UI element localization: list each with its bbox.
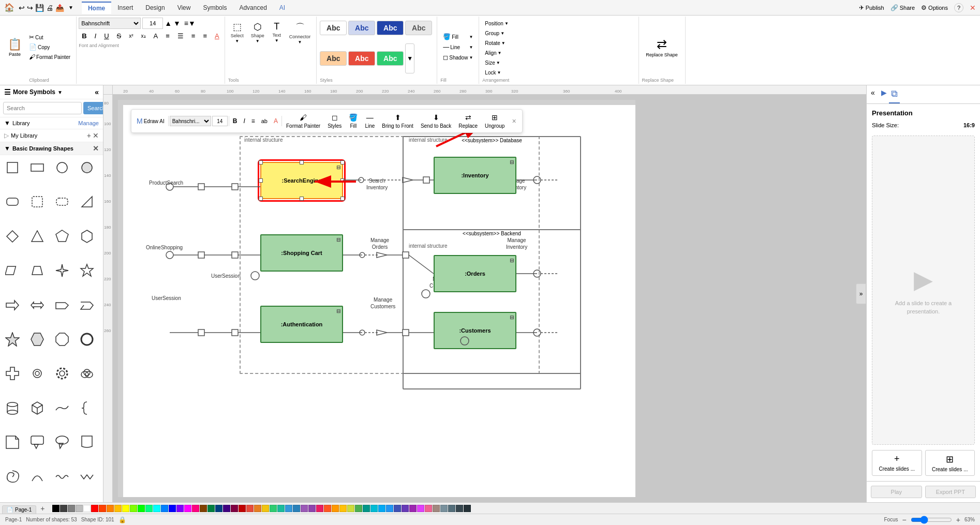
color-swatch[interactable] xyxy=(207,505,215,512)
color-swatch[interactable] xyxy=(440,505,448,512)
basic-drawing-toggle-icon[interactable]: ▼ xyxy=(4,145,10,152)
expand-left-icon[interactable]: « xyxy=(867,85,879,103)
color-swatch[interactable] xyxy=(52,505,60,512)
styles-more-btn[interactable]: ▼ xyxy=(405,43,414,73)
list-btn[interactable]: ☰ xyxy=(174,30,187,42)
color-swatch[interactable] xyxy=(91,505,98,512)
shape-cross[interactable] xyxy=(3,364,22,383)
search-btn[interactable]: Search xyxy=(83,102,103,114)
search-input[interactable] xyxy=(3,102,82,114)
shape-ring[interactable] xyxy=(77,329,97,349)
ctx-ab[interactable]: ab xyxy=(259,116,270,126)
position-btn[interactable]: Position▼ xyxy=(482,20,635,27)
text-btn[interactable]: T Text ▼ xyxy=(269,20,285,44)
strikethrough-btn[interactable]: S xyxy=(114,30,125,42)
ctx-close[interactable]: × xyxy=(509,115,519,127)
bold-btn[interactable]: B xyxy=(79,30,90,42)
color-swatch[interactable] xyxy=(60,505,67,512)
color-swatch[interactable] xyxy=(130,505,137,512)
color-swatch[interactable] xyxy=(122,505,129,512)
export-ppt-btn[interactable]: Export PPT xyxy=(925,486,976,498)
color-swatch[interactable] xyxy=(285,505,292,512)
shape-gear[interactable] xyxy=(52,364,72,383)
shape-rounded-rect[interactable] xyxy=(3,192,22,212)
font-color-btn[interactable]: A xyxy=(212,30,222,42)
shape-btn[interactable]: ⬡ Shape ▼ xyxy=(248,20,267,45)
color-swatch[interactable] xyxy=(448,505,455,512)
color-swatch[interactable] xyxy=(324,505,331,512)
zoom-input[interactable] xyxy=(911,517,952,523)
size-btn[interactable]: Size▼ xyxy=(482,59,635,67)
share-btn[interactable]: 🔗 Share xyxy=(890,4,915,11)
align-btn[interactable]: Align▼ xyxy=(482,49,635,57)
color-swatch[interactable] xyxy=(254,505,261,512)
ctx-font-select[interactable]: Bahnschri... xyxy=(170,116,211,126)
zoom-out-btn[interactable]: − xyxy=(902,516,907,524)
lock-status-icon[interactable]: 🔒 xyxy=(118,516,126,523)
color-swatch[interactable] xyxy=(114,505,122,512)
replace-shape-btn[interactable]: ⇄ Replace Shape xyxy=(643,36,680,59)
tab-ai[interactable]: AI xyxy=(273,2,291,13)
shape-rect[interactable] xyxy=(27,158,47,177)
color-swatch[interactable] xyxy=(363,505,370,512)
undo-icon[interactable]: ↩ xyxy=(19,4,25,12)
shape-brace[interactable] xyxy=(77,398,97,418)
shape-rounded-outline[interactable] xyxy=(52,192,72,212)
style-7[interactable]: Abc xyxy=(377,51,404,66)
ctx-ungroup[interactable]: ⊞ Ungroup xyxy=(482,111,508,131)
align-dropdown[interactable]: ≡▼ xyxy=(184,19,196,27)
ctx-bold[interactable]: B xyxy=(230,116,240,126)
shape-rounded-callout[interactable] xyxy=(52,432,72,452)
rp-tab-arrow[interactable]: ▶ xyxy=(879,85,889,103)
ctx-bring-front[interactable]: ⬆ Bring to Front xyxy=(379,111,417,131)
align-center-btn[interactable]: ≡ xyxy=(200,30,210,42)
cut-btn[interactable]: ✂ Cut xyxy=(26,33,73,42)
shape-cloud[interactable] xyxy=(77,364,97,383)
color-swatch[interactable] xyxy=(370,505,378,512)
sidebar-collapse-icon[interactable]: « xyxy=(95,88,99,96)
zoom-in-btn[interactable]: + xyxy=(956,516,960,524)
group-btn[interactable]: Group▼ xyxy=(482,29,635,37)
tab-advanced[interactable]: Advanced xyxy=(233,2,273,13)
print-icon[interactable]: 🖨 xyxy=(46,4,53,12)
create-slides-btn2[interactable]: ⊞ Create slides ... xyxy=(925,450,975,476)
color-swatch[interactable] xyxy=(99,505,106,512)
color-swatch[interactable] xyxy=(347,505,354,512)
color-swatch[interactable] xyxy=(409,505,417,512)
color-swatch[interactable] xyxy=(301,505,308,512)
color-swatch[interactable] xyxy=(425,505,432,512)
shape-document[interactable] xyxy=(77,432,97,452)
style-4[interactable]: Abc xyxy=(405,21,432,35)
color-swatch[interactable] xyxy=(417,505,424,512)
tab-insert[interactable]: Insert xyxy=(111,2,139,13)
ctx-font-color[interactable]: A xyxy=(271,116,280,126)
color-swatch[interactable] xyxy=(270,505,277,512)
color-swatch[interactable] xyxy=(277,505,285,512)
shape-triangle[interactable] xyxy=(27,227,47,246)
color-swatch[interactable] xyxy=(456,505,463,512)
copy-btn[interactable]: 📄 Copy xyxy=(26,42,73,52)
shape-ring2[interactable] xyxy=(27,364,47,383)
color-swatch[interactable] xyxy=(293,505,300,512)
orders-component[interactable]: :Orders ⊟ xyxy=(434,255,516,292)
shape-diamond[interactable] xyxy=(3,227,22,246)
library-toggle-icon[interactable]: ▼ xyxy=(4,119,10,127)
close-library-icon[interactable]: ✕ xyxy=(93,131,99,140)
canvas-area[interactable]: 20 40 60 80 100 120 140 160 180 200 220 … xyxy=(103,85,866,502)
shape-zigzag[interactable] xyxy=(77,467,97,487)
ctx-edraw-ai[interactable]: MEdraw AI xyxy=(134,115,167,127)
color-swatch[interactable] xyxy=(169,505,176,512)
ctx-font-size[interactable] xyxy=(212,116,228,126)
shape-arrow-right[interactable] xyxy=(3,295,22,315)
underline-btn[interactable]: U xyxy=(101,30,112,42)
add-library-icon[interactable]: + xyxy=(87,131,91,140)
color-swatch[interactable] xyxy=(161,505,168,512)
select-btn[interactable]: ⬚ Select ▼ xyxy=(228,20,246,45)
tab-view[interactable]: View xyxy=(171,2,197,13)
color-swatch[interactable] xyxy=(332,505,339,512)
close-basic-drawing-icon[interactable]: ✕ xyxy=(93,144,99,153)
format-painter-btn[interactable]: 🖌 Format Painter xyxy=(26,52,73,62)
color-swatch[interactable] xyxy=(83,505,91,512)
shape-cube[interactable] xyxy=(27,398,47,418)
shape-circle-fill[interactable] xyxy=(77,158,97,177)
